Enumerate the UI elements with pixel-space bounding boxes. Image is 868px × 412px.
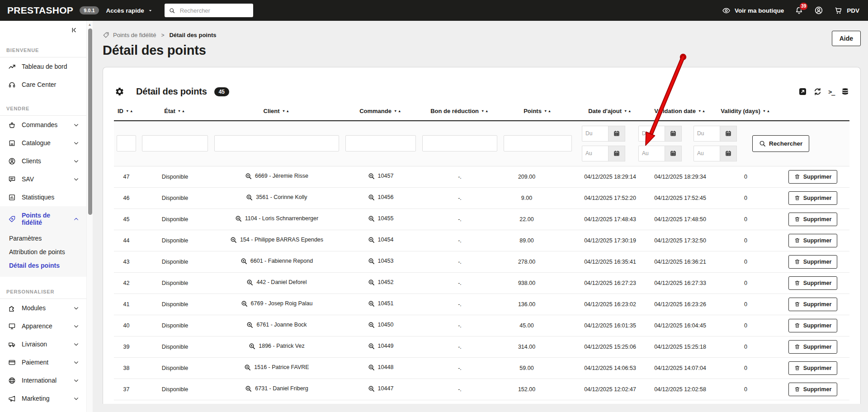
sort-icons[interactable]: ▼▲ [282, 109, 290, 113]
column-header-points[interactable]: Points▼▲ [500, 108, 575, 121]
account-button[interactable] [814, 6, 823, 15]
filter-validity-from-input[interactable] [693, 126, 720, 142]
column-header-etat[interactable]: État▼▲ [139, 108, 211, 121]
sidebar-item-points-de-fidelite[interactable]: Points de fidélité [0, 206, 86, 232]
submenu-item-parametres[interactable]: Paramètres [0, 232, 86, 245]
sidebar-item-international[interactable]: International [0, 371, 86, 389]
delete-button[interactable]: Supprimer [788, 170, 838, 184]
delete-button[interactable]: Supprimer [788, 191, 838, 205]
filter-commande-input[interactable] [345, 135, 416, 152]
date-added-from-calendar-button[interactable] [608, 126, 625, 142]
delete-button[interactable]: Supprimer [788, 340, 838, 354]
order-link[interactable]: 10456 [368, 194, 394, 201]
collapse-sidebar-icon[interactable] [71, 27, 77, 33]
sort-icons[interactable]: ▼▲ [763, 109, 771, 113]
filter-validation-from-input[interactable] [638, 126, 665, 142]
sort-icons[interactable]: ▼▲ [481, 109, 489, 113]
sort-icons[interactable]: ▼▲ [544, 109, 552, 113]
filter-etat-input[interactable] [142, 135, 208, 152]
sidebar-item-livraison[interactable]: Livraison [0, 335, 86, 353]
client-link[interactable]: 6769 - Josep Roig Palau [241, 300, 313, 307]
delete-button[interactable]: Supprimer [788, 383, 838, 396]
filter-date-added-from-input[interactable] [582, 126, 608, 142]
column-header-validity-days[interactable]: Validity (days)▼▲ [715, 108, 776, 121]
help-button[interactable]: Aide [832, 31, 861, 46]
delete-button[interactable]: Supprimer [788, 276, 838, 290]
order-link[interactable]: 10455 [368, 215, 394, 222]
order-link[interactable]: 10454 [368, 237, 394, 243]
sidebar-item-modules[interactable]: Modules [0, 299, 86, 317]
client-link[interactable]: 3561 - Corinne Kolly [246, 194, 307, 201]
order-link[interactable]: 10453 [368, 258, 394, 265]
order-link[interactable]: 10450 [368, 322, 394, 328]
view-shop-link[interactable]: Voir ma boutique [722, 6, 784, 15]
sidebar-item-statistiques[interactable]: Statistiques [0, 188, 86, 206]
sort-icons[interactable]: ▼▲ [698, 109, 706, 113]
client-link[interactable]: 1516 - Patrice FAVRE [244, 364, 309, 371]
sidebar-item-marketing[interactable]: Marketing [0, 389, 86, 407]
column-header-id[interactable]: ID▼▲ [114, 108, 139, 121]
sort-icons[interactable]: ▼▲ [178, 109, 186, 113]
column-header-bon-de-reduction[interactable]: Bon de réduction▼▲ [419, 108, 500, 121]
order-link[interactable]: 10457 [368, 173, 394, 180]
notifications-button[interactable]: 39 [795, 6, 803, 15]
sidebar-item-tableau-de-bord[interactable]: Tableau de bord [0, 57, 86, 76]
export-icon[interactable] [798, 87, 807, 96]
delete-button[interactable]: Supprimer [788, 361, 838, 375]
order-link[interactable]: 10452 [368, 279, 394, 286]
column-header-client[interactable]: Client▼▲ [211, 108, 342, 121]
database-icon[interactable] [841, 87, 849, 96]
date-added-to-calendar-button[interactable] [608, 146, 625, 161]
delete-button[interactable]: Supprimer [788, 319, 838, 332]
breadcrumb-parent[interactable]: Points de fidélité [113, 32, 156, 38]
client-link[interactable]: 6669 - Jéremie Risse [245, 173, 308, 180]
filter-bon-input[interactable] [422, 135, 497, 152]
sort-icons[interactable]: ▼▲ [126, 109, 134, 113]
client-link[interactable]: 6731 - Daniel Friberg [245, 385, 308, 392]
delete-button[interactable]: Supprimer [788, 298, 838, 311]
column-header-commande[interactable]: Commande▼▲ [342, 108, 419, 121]
client-link[interactable]: 1104 - Loris Schnarrenberger [235, 215, 318, 222]
topbar-search-input[interactable] [179, 7, 249, 14]
sidebar-item-paiement[interactable]: Paiement [0, 353, 86, 371]
sidebar-item-clients[interactable]: Clients [0, 152, 86, 170]
sort-icons[interactable]: ▼▲ [624, 109, 632, 113]
scrollbar-up-arrow-icon[interactable]: ▲ [87, 21, 93, 27]
client-link[interactable]: 154 - Philippe BARRAS Ependes [230, 237, 323, 243]
filter-date-added-to-input[interactable] [582, 146, 608, 161]
filter-validity-to-input[interactable] [693, 146, 720, 161]
sidebar-item-apparence[interactable]: Apparence [0, 317, 86, 335]
validation-to-calendar-button[interactable] [665, 146, 682, 161]
refresh-icon[interactable] [813, 87, 822, 96]
column-header-date-ajout[interactable]: Date d'ajout▼▲ [575, 108, 645, 121]
sidebar-scrollbar[interactable]: ▲ [86, 21, 93, 412]
filter-id-input[interactable] [117, 135, 136, 152]
sidebar-item-commandes[interactable]: Commandes [0, 116, 86, 134]
delete-button[interactable]: Supprimer [788, 234, 838, 247]
validity-from-calendar-button[interactable] [720, 126, 737, 142]
order-link[interactable]: 10448 [368, 364, 394, 371]
order-link[interactable]: 10447 [368, 385, 394, 392]
validation-from-calendar-button[interactable] [665, 126, 682, 142]
submenu-item-detail-des-points[interactable]: Détail des points [0, 259, 86, 272]
order-link[interactable]: 10449 [368, 343, 394, 350]
gear-icon[interactable] [115, 87, 124, 96]
filter-client-input[interactable] [214, 135, 339, 152]
quick-access-menu[interactable]: Accès rapide [106, 7, 153, 14]
sidebar-item-care-center[interactable]: Care Center [0, 76, 86, 94]
column-header-validation-date[interactable]: Validation date▼▲ [645, 108, 715, 121]
filter-validation-to-input[interactable] [638, 146, 665, 161]
scrollbar-thumb[interactable] [88, 28, 92, 215]
sort-icons[interactable]: ▼▲ [394, 109, 402, 113]
client-link[interactable]: 1896 - Patrick Vez [249, 343, 304, 350]
delete-button[interactable]: Supprimer [788, 213, 838, 226]
validity-to-calendar-button[interactable] [720, 146, 737, 161]
delete-button[interactable]: Supprimer [788, 255, 838, 269]
pos-link[interactable]: PDV [834, 6, 859, 15]
search-filter-button[interactable]: Rechercher [752, 135, 809, 152]
filter-points-input[interactable] [504, 135, 572, 152]
order-link[interactable]: 10451 [368, 300, 394, 307]
submenu-item-attribution-de-points[interactable]: Attribution de points [0, 245, 86, 259]
client-link[interactable]: 6601 - Fabienne Repond [241, 258, 313, 265]
sidebar-item-catalogue[interactable]: Catalogue [0, 134, 86, 152]
